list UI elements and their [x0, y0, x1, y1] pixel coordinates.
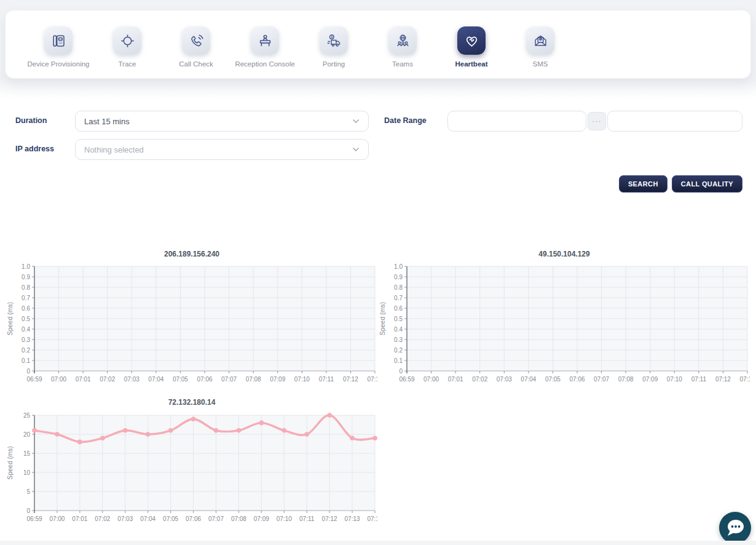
- nav-item-porting[interactable]: Porting: [299, 26, 368, 68]
- nav-item-sms[interactable]: SMS: [506, 26, 575, 68]
- svg-text:07:09: 07:09: [642, 376, 658, 383]
- svg-text:0.3: 0.3: [394, 336, 403, 343]
- svg-text:07:07: 07:07: [221, 376, 237, 383]
- page-bottom-strip: [0, 541, 756, 545]
- svg-text:0.4: 0.4: [394, 326, 403, 333]
- search-button[interactable]: SEARCH: [619, 175, 667, 193]
- svg-text:07:01: 07:01: [76, 376, 91, 383]
- chevron-down-icon: [352, 147, 360, 152]
- svg-text:0.8: 0.8: [22, 284, 30, 291]
- nav-label: Trace: [119, 60, 136, 68]
- svg-text:0.6: 0.6: [394, 305, 403, 312]
- globe-people-icon: [395, 33, 411, 49]
- svg-text:07:00: 07:00: [423, 376, 439, 383]
- call-quality-button[interactable]: CALL QUALITY: [672, 175, 742, 193]
- nav-label: Porting: [323, 60, 345, 68]
- svg-text:1.0: 1.0: [22, 263, 30, 270]
- truck-clock-icon: [326, 33, 342, 49]
- svg-text:07:01: 07:01: [448, 376, 463, 383]
- svg-text:07:10: 07:10: [294, 376, 310, 383]
- nav-tile: [388, 26, 417, 55]
- svg-text:07:05: 07:05: [173, 376, 188, 383]
- nav-label: Heartbeat: [455, 60, 487, 68]
- svg-text:0.2: 0.2: [394, 347, 403, 354]
- svg-text:07:02: 07:02: [472, 376, 487, 383]
- svg-text:0.7: 0.7: [22, 295, 30, 301]
- duration-select[interactable]: Last 15 mins: [75, 111, 369, 132]
- date-range-start-input[interactable]: [447, 111, 586, 132]
- nav-item-reception-console[interactable]: Reception Console: [230, 26, 299, 68]
- nav-item-device-provisioning[interactable]: Device Provisioning: [24, 26, 93, 68]
- svg-text:07:06: 07:06: [569, 376, 585, 383]
- chat-widget-button[interactable]: [719, 512, 751, 544]
- nav-label: Teams: [392, 60, 413, 68]
- nav-item-teams[interactable]: Teams: [368, 26, 437, 68]
- svg-text:07:05: 07:05: [163, 515, 178, 522]
- date-range-end-input[interactable]: [607, 111, 742, 132]
- svg-text:07:12: 07:12: [322, 515, 337, 522]
- svg-text:07:01: 07:01: [72, 515, 87, 522]
- svg-text:15: 15: [23, 450, 31, 457]
- svg-text:07:11: 07:11: [691, 376, 707, 383]
- svg-text:07:13: 07:13: [345, 515, 360, 522]
- ip-address-placeholder: Nothing selected: [84, 145, 352, 154]
- svg-text:Speed (ms): Speed (ms): [379, 302, 386, 335]
- svg-text:07:04: 07:04: [148, 376, 163, 383]
- phone-waves-icon: [188, 33, 205, 49]
- svg-text:0: 0: [26, 507, 30, 514]
- svg-text:07:09: 07:09: [254, 515, 269, 522]
- svg-text:07:10: 07:10: [667, 376, 682, 383]
- chart-title: 49.150.104.129: [379, 250, 750, 262]
- svg-text:07:07: 07:07: [594, 376, 609, 383]
- nav-tile: [526, 26, 554, 55]
- svg-text:0.6: 0.6: [22, 305, 30, 312]
- svg-text:10: 10: [23, 469, 31, 476]
- envelope-dollar-icon: [532, 33, 549, 49]
- duration-label: Duration: [15, 116, 47, 125]
- svg-text:07:08: 07:08: [618, 376, 634, 383]
- chat-bubble-icon: [719, 512, 751, 544]
- svg-text:07:05: 07:05: [545, 376, 561, 383]
- nav-tile: [113, 26, 141, 55]
- svg-text:07:13: 07:13: [367, 376, 377, 383]
- svg-text:07:08: 07:08: [231, 515, 246, 522]
- svg-text:20: 20: [23, 431, 31, 438]
- svg-text:5: 5: [26, 488, 30, 495]
- svg-text:07:13: 07:13: [739, 376, 750, 383]
- nav-label: Call Check: [179, 60, 213, 68]
- svg-text:07:02: 07:02: [100, 376, 115, 383]
- svg-text:06:59: 06:59: [399, 376, 414, 383]
- svg-text:07:11: 07:11: [299, 515, 315, 522]
- nav-label: Reception Console: [235, 60, 294, 68]
- svg-text:07:06: 07:06: [186, 515, 201, 522]
- svg-text:07:14: 07:14: [367, 515, 377, 522]
- svg-text:07:02: 07:02: [95, 515, 110, 522]
- svg-text:25: 25: [23, 412, 31, 419]
- duration-value: Last 15 mins: [84, 117, 352, 126]
- svg-text:07:08: 07:08: [246, 376, 261, 383]
- ip-address-select[interactable]: Nothing selected: [75, 139, 369, 160]
- svg-text:0.7: 0.7: [394, 295, 403, 301]
- heart-pulse-icon: [463, 33, 480, 49]
- chart-title: 206.189.156.240: [6, 250, 377, 262]
- svg-text:07:06: 07:06: [197, 376, 212, 383]
- svg-text:0.3: 0.3: [22, 336, 30, 343]
- svg-text:1.0: 1.0: [394, 263, 403, 270]
- nav-tile: [320, 26, 348, 55]
- svg-text:07:09: 07:09: [270, 376, 285, 383]
- svg-text:0: 0: [26, 368, 30, 375]
- svg-text:0.8: 0.8: [394, 284, 403, 291]
- chevron-down-icon: [352, 119, 360, 124]
- nav-item-call-check[interactable]: Call Check: [162, 26, 230, 68]
- nav-item-trace[interactable]: Trace: [93, 26, 162, 68]
- heartbeat-chart-2: 49.150.104.129 00.10.20.30.40.50.60.70.8…: [379, 250, 750, 388]
- svg-text:07:00: 07:00: [51, 376, 66, 383]
- svg-text:0.5: 0.5: [394, 316, 403, 322]
- svg-text:07:10: 07:10: [277, 515, 292, 522]
- nav-tile: [251, 26, 279, 55]
- svg-text:07:12: 07:12: [715, 376, 731, 383]
- svg-text:0.1: 0.1: [22, 357, 30, 364]
- line-chart-canvas: 00.10.20.30.40.50.60.70.80.91.006:5907:0…: [379, 262, 750, 388]
- crosshair-icon: [119, 33, 136, 49]
- nav-item-heartbeat[interactable]: Heartbeat: [437, 26, 506, 68]
